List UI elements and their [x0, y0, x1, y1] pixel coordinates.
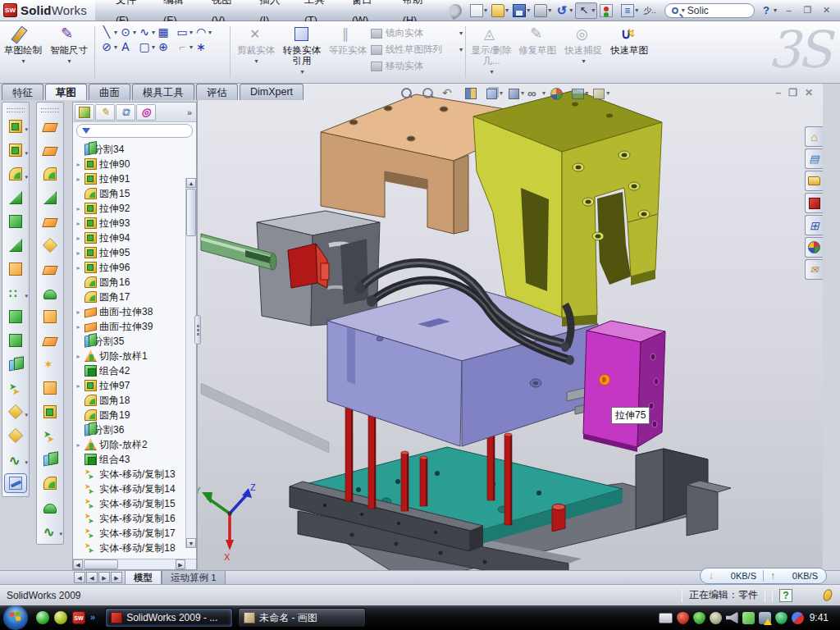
- move-body[interactable]: ▾: [4, 331, 27, 350]
- open[interactable]: ▾: [490, 2, 510, 19]
- dropdown-caret-icon[interactable]: ▾: [254, 57, 258, 65]
- dropdown-caret-icon[interactable]: ▾: [208, 29, 212, 36]
- yoke-bracket[interactable]: [473, 90, 662, 326]
- tree-item[interactable]: ▸ 组合43: [75, 452, 196, 467]
- print[interactable]: ▾: [532, 2, 553, 19]
- expand-arrow-icon[interactable]: ▸: [75, 264, 82, 272]
- apply-scene[interactable]: ▾: [570, 86, 588, 100]
- trim-surface[interactable]: ▾: [39, 450, 62, 469]
- tray-guard-icon[interactable]: [775, 612, 788, 624]
- plane[interactable]: ▾: [4, 426, 27, 445]
- restore-button[interactable]: ❐: [801, 4, 815, 16]
- tree-item[interactable]: ▸ 分割36: [75, 422, 196, 437]
- tree-item[interactable]: ▸ 拉伸94: [75, 231, 196, 245]
- panel-splitter[interactable]: [194, 315, 201, 345]
- previous-view[interactable]: ▾: [442, 86, 460, 100]
- dropdown-caret-icon[interactable]: ▾: [25, 126, 28, 133]
- guide-pin-ghost[interactable]: [201, 383, 329, 453]
- tree-item[interactable]: ▸ 切除-放样1: [75, 349, 196, 363]
- rectangle[interactable]: ▭ ▾: [175, 25, 194, 39]
- untrim-surface[interactable]: ▾: [39, 402, 62, 422]
- convert-entities-button[interactable]: 转换实体引用▾: [279, 21, 325, 83]
- lofted-surface[interactable]: ▾: [39, 188, 62, 208]
- ribbon-tab[interactable]: 评估: [196, 84, 238, 100]
- mirror-entities[interactable]: 镜向实体 ▾: [371, 26, 463, 40]
- save[interactable]: ▾: [511, 2, 532, 19]
- draft[interactable]: ▾: [4, 235, 27, 255]
- rebuild[interactable]: ▾: [598, 2, 619, 19]
- dropdown-caret-icon[interactable]: ▾: [25, 150, 28, 157]
- tray-badge-icon[interactable]: [710, 612, 722, 624]
- expand-arrow-icon[interactable]: ▸: [75, 441, 82, 449]
- display-style[interactable]: ▾: [506, 86, 524, 100]
- swept-surface[interactable]: ▾: [39, 164, 62, 184]
- ribbon-tab[interactable]: 草图: [45, 84, 87, 100]
- dropdown-caret-icon[interactable]: ▾: [459, 46, 463, 53]
- search-caret-icon[interactable]: ▾: [682, 7, 685, 14]
- dropdown-caret-icon[interactable]: ▾: [582, 57, 585, 65]
- dropdown-caret-icon[interactable]: ▾: [152, 43, 155, 51]
- tray-security-alert-icon[interactable]: [677, 612, 689, 624]
- measure[interactable]: ▾: [4, 473, 27, 493]
- sketch-button[interactable]: 草图绘制▾: [0, 21, 46, 83]
- text[interactable]: A ▾: [118, 39, 137, 54]
- dropdown-caret-icon[interactable]: ▾: [189, 43, 193, 51]
- expand-arrow-icon[interactable]: ▸: [75, 353, 82, 360]
- expand-arrow-icon[interactable]: ▸: [75, 382, 82, 390]
- linear-pattern[interactable]: ▾: [4, 283, 27, 303]
- tree-item[interactable]: ▸ 曲面-拉伸39: [75, 319, 196, 334]
- radiate-surface[interactable]: ▾: [39, 307, 62, 326]
- dropdown-caret-icon[interactable]: ▾: [591, 7, 595, 14]
- expand-arrow-icon[interactable]: ▸: [75, 323, 82, 331]
- minimize-button[interactable]: –: [782, 4, 796, 16]
- hide-show-items[interactable]: ▾: [527, 86, 546, 100]
- panel-overflow[interactable]: »: [187, 107, 194, 117]
- dropdown-caret-icon[interactable]: ▾: [490, 68, 493, 75]
- input-method-icon[interactable]: [659, 613, 673, 623]
- search-input[interactable]: Solic: [687, 5, 709, 16]
- dropdown-caret-icon[interactable]: ▾: [505, 7, 509, 14]
- filled-surface[interactable]: ▾: [39, 235, 62, 255]
- tree-item[interactable]: ▸ 圆角18: [75, 393, 196, 408]
- graphics-area[interactable]: X Y Z ▾ ▾: [197, 84, 823, 570]
- doc-close-button[interactable]: ✕: [805, 87, 813, 98]
- ruled-surface[interactable]: ▾: [39, 331, 62, 350]
- quick-launch-overflow[interactable]: »: [90, 612, 95, 622]
- dropdown-caret-icon[interactable]: ▾: [189, 29, 193, 36]
- section-view[interactable]: ▾: [463, 86, 482, 100]
- sketch-fillet[interactable]: ⌐ ▾: [175, 39, 194, 54]
- display-delete-relations-button[interactable]: 显示/删除几...▾: [468, 21, 514, 83]
- extruded-surface[interactable]: ▾: [39, 116, 62, 136]
- dropdown-caret-icon[interactable]: ▾: [59, 531, 62, 537]
- tree-item[interactable]: ▸ 实体-移动/复制16: [75, 511, 196, 526]
- model-3d-view[interactable]: X Y Z: [198, 84, 824, 570]
- dropdown-caret-icon[interactable]: ▾: [484, 7, 487, 14]
- selection-box[interactable]: ▦ ▾: [156, 25, 175, 39]
- reference-geometry[interactable]: ▾: [4, 402, 27, 422]
- tree-item[interactable]: ▸ 圆角16: [75, 275, 196, 290]
- circle[interactable]: ⊙ ▾: [118, 25, 137, 39]
- status-help-icon[interactable]: ?: [779, 589, 792, 602]
- tree-vertical-scrollbar[interactable]: ▲ ▼: [185, 178, 196, 548]
- doc-restore-button[interactable]: ❐: [788, 87, 797, 98]
- pin[interactable]: ▾: [447, 2, 468, 19]
- revolved-boss[interactable]: ▾: [4, 140, 27, 160]
- dropdown-caret-icon[interactable]: ▾: [25, 174, 28, 180]
- extrude75-block[interactable]: [583, 321, 665, 452]
- file-explorer[interactable]: [805, 171, 823, 191]
- extend-surface[interactable]: ▾: [39, 426, 62, 445]
- dropdown-caret-icon[interactable]: ▾: [527, 7, 530, 14]
- hole-wizard[interactable]: ▾: [4, 259, 27, 279]
- tree-item[interactable]: ▸ 实体-移动/复制18: [75, 541, 196, 555]
- dropdown-caret-icon[interactable]: ▾: [67, 57, 71, 65]
- dropdown-caret-icon[interactable]: ▾: [300, 68, 304, 75]
- locating-pin[interactable]: [552, 504, 565, 532]
- view-settings[interactable]: ▾: [591, 86, 609, 100]
- slot[interactable]: ▢ ▾: [137, 39, 156, 54]
- doc-minimize-button[interactable]: –: [775, 87, 781, 98]
- view-orientation[interactable]: ▾: [485, 86, 503, 100]
- appearances-scenes[interactable]: [805, 237, 823, 258]
- undo[interactable]: ↺ ▾: [554, 2, 574, 19]
- scroll-right-icon[interactable]: ▶: [176, 559, 185, 569]
- offset-entities-button[interactable]: 等距实体: [325, 21, 371, 83]
